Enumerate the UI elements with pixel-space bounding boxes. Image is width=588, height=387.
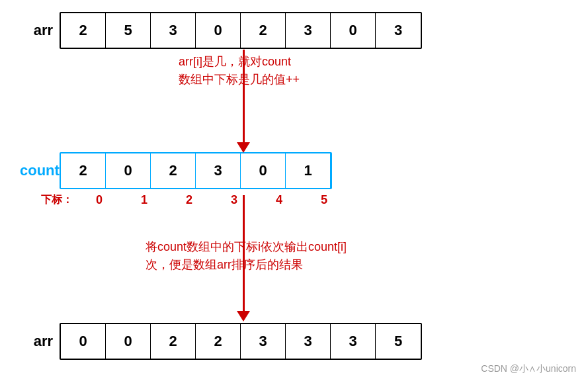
count-container: count 202301 — [20, 152, 332, 189]
index-cell: 0 — [77, 193, 122, 207]
diagram: arr 25302303 count 202301 arr 00223335 a… — [0, 0, 588, 387]
arr-top-cell: 5 — [106, 13, 151, 48]
arr-bottom-cell: 0 — [61, 324, 106, 359]
arr-bottom-box: 00223335 — [60, 323, 422, 360]
arr-top-cell: 2 — [61, 13, 106, 48]
count-box: 202301 — [60, 152, 332, 189]
count-cell: 1 — [286, 153, 331, 188]
arr-top-label: arr — [20, 22, 53, 39]
arr-top-cell: 0 — [196, 13, 241, 48]
count-label: count — [20, 162, 53, 179]
arr-top-cell: 3 — [376, 13, 421, 48]
index-prefix-label: 下标： — [41, 193, 73, 207]
arrow-1 — [237, 50, 250, 153]
index-cell: 5 — [302, 193, 347, 207]
arr-bottom-cell: 2 — [151, 324, 196, 359]
arr-top-container: arr 25302303 — [20, 12, 422, 49]
count-cell: 3 — [196, 153, 241, 188]
arr-top-cell: 2 — [241, 13, 286, 48]
arr-top-box: 25302303 — [60, 12, 422, 49]
arr-top-cell: 3 — [286, 13, 331, 48]
arr-bottom-cell: 3 — [286, 324, 331, 359]
arr-bottom-label: arr — [20, 333, 53, 350]
watermark: CSDN @小∧小unicorn — [481, 363, 576, 375]
arr-bottom-cell: 3 — [331, 324, 376, 359]
index-row: 下标： 012345 — [41, 193, 347, 207]
arr-bottom-container: arr 00223335 — [20, 323, 422, 360]
index-cell: 2 — [167, 193, 212, 207]
arr-bottom-cell: 2 — [196, 324, 241, 359]
arrow-2 — [237, 195, 250, 322]
arr-bottom-cell: 3 — [241, 324, 286, 359]
arr-bottom-cell: 5 — [376, 324, 421, 359]
count-cell: 2 — [151, 153, 196, 188]
count-cell: 2 — [61, 153, 106, 188]
count-cell: 0 — [241, 153, 286, 188]
index-cell: 1 — [122, 193, 167, 207]
arr-bottom-cell: 0 — [106, 324, 151, 359]
index-cell: 4 — [257, 193, 302, 207]
arr-top-cell: 0 — [331, 13, 376, 48]
count-cell: 0 — [106, 153, 151, 188]
arr-top-cell: 3 — [151, 13, 196, 48]
